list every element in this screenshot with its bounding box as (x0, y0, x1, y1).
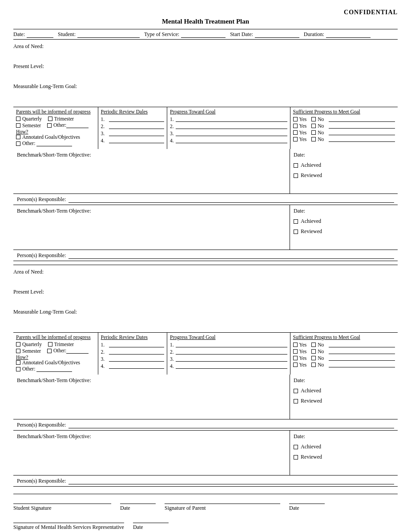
achieved-1b-label: Achieved (301, 218, 321, 225)
achieved-2a-label: Achieved (301, 387, 321, 394)
achieved-2b-label: Achieved (301, 443, 321, 450)
col2-header-1: Periodic Review Dales (101, 109, 165, 114)
reviewed-2b-checkbox[interactable] (294, 455, 298, 459)
quarterly-checkbox-2[interactable] (16, 342, 20, 347)
quarterly-checkbox-1[interactable] (16, 117, 20, 121)
area-of-need-2: Area of Need: (13, 269, 398, 275)
other2-checkbox-2[interactable] (16, 367, 20, 371)
no1-cb-2[interactable] (311, 343, 316, 347)
how-label-1: How? (16, 129, 95, 134)
benchmark-1b-right: Date: Achieved Reviewed (290, 205, 398, 250)
benchmark-2b-left: Benchmark/Short-Term Objective: (13, 431, 290, 475)
trimester-checkbox-1[interactable] (48, 117, 52, 121)
annotated-checkbox-1[interactable] (16, 135, 20, 139)
benchmark-2a-right: Date: Achieved Reviewed (290, 375, 398, 419)
no3-cb-2[interactable] (311, 356, 316, 360)
reviewed-1b-label: Reviewed (301, 228, 322, 235)
achieved-2b-checkbox[interactable] (294, 445, 298, 449)
other2-checkbox-1[interactable] (16, 141, 20, 146)
benchmark-2b-date: Date: (294, 433, 394, 440)
date-label: Date: (13, 31, 25, 38)
date3-field: Date (133, 516, 169, 531)
benchmark-2b: Benchmark/Short-Term Objective: Date: Ac… (13, 431, 398, 476)
no4-cb-2[interactable] (311, 363, 316, 367)
reviewed-1b-checkbox[interactable] (294, 230, 298, 234)
person-resp-2a-label: Person(s) Responsible: (17, 422, 66, 428)
reviewed-2a-label: Reviewed (301, 398, 322, 404)
col-parents-2: Parents will be informed of progress Qua… (13, 333, 98, 375)
date1-label: Date (120, 505, 156, 512)
col-review-2: Periodic Review Dates 1. 2. 3. 4. (98, 333, 167, 375)
benchmark-1a: Benchmark/Short-Term Objective: Date: Ac… (13, 149, 398, 194)
yes3-cb-1[interactable] (293, 130, 298, 135)
achieved-1a-checkbox[interactable] (294, 163, 298, 168)
achieved-1a-label: Achieved (301, 162, 321, 169)
no4-cb-1[interactable] (311, 137, 316, 141)
parent-sig-field: Signature of Parent (165, 497, 280, 512)
col1-header-1: Parents will be informed of progress (16, 109, 95, 114)
parent-sig-label: Signature of Parent (165, 505, 280, 512)
reviewed-2a-checkbox[interactable] (294, 399, 298, 403)
benchmark-2b-right: Date: Achieved Reviewed (290, 431, 398, 475)
student-sig-label: Student Signature (13, 505, 111, 512)
col3-header-2: Progress Toward Goal (170, 335, 287, 340)
progress-table-2: Parents will be informed of progress Qua… (13, 332, 398, 375)
benchmark-1b-label: Benchmark/Short-Term Objective: (17, 208, 286, 214)
present-level-2: Present Level: (13, 289, 398, 295)
no3-cb-1[interactable] (311, 130, 316, 135)
mh-sig-label: Signature of Mental Health Services Repr… (13, 524, 124, 531)
progress-table-1: Parents will be informed of progress Qua… (13, 107, 398, 149)
present-level-1: Present Level: (13, 63, 398, 70)
person-resp-1a: Person(s) Responsible: (13, 194, 398, 205)
other1-checkbox-1[interactable] (47, 123, 52, 128)
person-resp-1b-label: Person(s) Responsible: (17, 252, 66, 259)
benchmark-2b-label: Benchmark/Short-Term Objective: (17, 433, 286, 440)
confidential-label: CONFIDENTIAL (13, 9, 398, 16)
col2-header-2: Periodic Review Dates (101, 335, 165, 340)
date2-label: Date (289, 505, 325, 512)
benchmark-1b-date: Date: (294, 208, 394, 214)
section2-area: Area of Need: Present Level: Measurable … (13, 269, 398, 330)
benchmark-1b: Benchmark/Short-Term Objective: Date: Ac… (13, 205, 398, 250)
person-resp-2b: Person(s) Responsible: (13, 476, 398, 487)
semester-checkbox-1[interactable] (16, 123, 20, 128)
other1-checkbox-2[interactable] (47, 349, 52, 353)
col-sufficient-1: Sufficient Progress to Meet Goal Yes No … (290, 107, 398, 149)
yes4-cb-1[interactable] (293, 137, 298, 141)
annotated-checkbox-2[interactable] (16, 360, 20, 365)
reviewed-1a-checkbox[interactable] (294, 173, 298, 178)
col-progress-1: Progress Toward Goal 1. 2. 3. 4. (167, 107, 290, 149)
benchmark-1a-right: Date: Achieved Reviewed (290, 149, 398, 193)
yes3-cb-2[interactable] (293, 356, 298, 360)
benchmark-1a-left: Benchmark/Short-Term Objective: (13, 149, 290, 193)
yes2-cb-2[interactable] (293, 349, 298, 354)
date3-label: Date (133, 524, 169, 531)
col1-header-2: Parents will be informed of progress (16, 335, 95, 340)
benchmark-2a-left: Benchmark/Short-Term Objective: (13, 375, 290, 419)
measurable-goal-2: Measurable Long-Term Goal: (13, 309, 398, 315)
person-resp-2b-label: Person(s) Responsible: (17, 478, 66, 484)
duration-label: Duration: (304, 31, 324, 38)
achieved-1b-checkbox[interactable] (294, 219, 298, 224)
header-fields: Date: Student: Type of Service: Start Da… (13, 29, 398, 40)
yes1-cb-2[interactable] (293, 343, 298, 347)
trimester-checkbox-2[interactable] (48, 342, 52, 347)
achieved-2a-checkbox[interactable] (294, 389, 298, 393)
benchmark-2a-label: Benchmark/Short-Term Objective: (17, 377, 286, 384)
date2-field: Date (289, 497, 325, 512)
person-resp-1a-label: Person(s) Responsible: (17, 196, 66, 203)
col4-header-2: Sufficient Progress to Meet Goal (293, 335, 395, 340)
no1-cb-1[interactable] (311, 117, 316, 121)
col3-header-1: Progress Toward Goal (170, 109, 287, 114)
area-of-need-1: Area of Need: (13, 43, 398, 50)
semester-checkbox-2[interactable] (16, 349, 20, 353)
sig-row-2: Signature of Mental Health Services Repr… (13, 516, 398, 531)
reviewed-2b-label: Reviewed (301, 454, 322, 460)
yes2-cb-1[interactable] (293, 124, 298, 128)
yes4-cb-2[interactable] (293, 363, 298, 367)
no2-cb-2[interactable] (311, 349, 316, 354)
section1-area: Area of Need: Present Level: Measurable … (13, 43, 398, 105)
no2-cb-1[interactable] (311, 124, 316, 128)
student-field (77, 31, 140, 38)
yes1-cb-1[interactable] (293, 117, 298, 121)
